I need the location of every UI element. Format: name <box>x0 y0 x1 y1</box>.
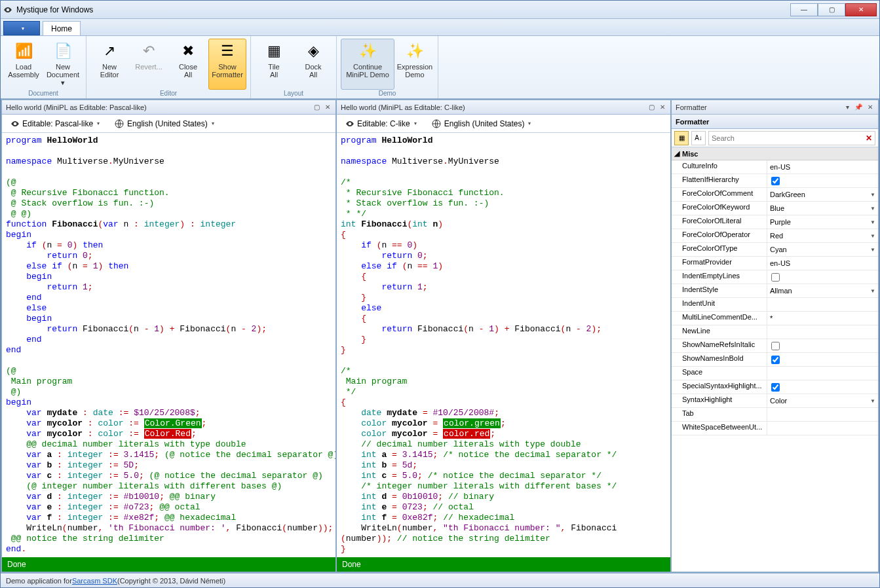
close-icon[interactable]: ✕ <box>866 103 874 111</box>
culture-dropdown[interactable]: English (United States) <box>109 117 219 131</box>
chevron-down-icon[interactable]: ▼ <box>870 219 875 225</box>
formatter-panel: Formatter ▾ 📌 ✕ Formatter ▦ A↓ ✕ ◢ Misc … <box>672 100 878 572</box>
revert-icon: ↶ <box>138 41 159 62</box>
property-checkbox[interactable] <box>771 356 780 364</box>
property-row[interactable]: Tab <box>672 408 878 422</box>
show-formatter-button[interactable]: ☰ShowFormatter <box>208 39 246 90</box>
property-row[interactable]: CultureInfoen-US <box>672 160 878 174</box>
property-checkbox[interactable] <box>771 342 780 350</box>
close-icon[interactable]: ✕ <box>659 103 666 111</box>
dock-all-button[interactable]: ◈DockAll <box>294 39 332 90</box>
search-input[interactable] <box>712 134 866 142</box>
culture-dropdown[interactable]: English (United States) <box>427 117 536 131</box>
sort-button[interactable]: A↓ <box>691 131 706 145</box>
footer: Demo application for Sarcasm SDK (Copyri… <box>1 573 879 587</box>
pane-header: Hello world (MiniPL as Editable: C-like)… <box>337 100 670 115</box>
expression-demo-icon: ✨ <box>404 41 425 62</box>
window-buttons: — ▢ ✕ <box>790 3 877 16</box>
property-row[interactable]: ForeColorOfOperatorRed▼ <box>672 229 878 243</box>
new-document-button[interactable]: 📄NewDocument ▾ <box>44 39 82 90</box>
lang-dropdown[interactable]: Editable: Pascal-like <box>6 117 104 130</box>
code-editor[interactable]: program HelloWorld namespace Multiverse.… <box>2 133 335 557</box>
close-all-button[interactable]: ✖CloseAll <box>169 39 207 90</box>
editor-pane-right: Hello world (MiniPL as Editable: C-like)… <box>337 100 670 572</box>
lang-dropdown[interactable]: Editable: C-like <box>341 117 421 130</box>
tab-home[interactable]: Home <box>43 21 81 35</box>
new-document-icon: 📄 <box>52 41 73 62</box>
new-editor-icon: ↗ <box>99 41 120 62</box>
maximize-button[interactable]: ▢ <box>818 3 845 16</box>
clear-icon[interactable]: ✕ <box>866 134 872 143</box>
property-row[interactable]: FlattenIfHierarchy <box>672 174 878 188</box>
property-row[interactable]: IndentEmptyLines <box>672 270 878 284</box>
tile-all-button[interactable]: ▦TileAll <box>255 39 293 90</box>
close-button[interactable]: ✕ <box>845 3 877 16</box>
expression-demo-button[interactable]: ✨ExpressionDemo <box>396 39 434 90</box>
eye-icon <box>3 5 12 14</box>
close-all-icon: ✖ <box>178 41 199 62</box>
tile-all-icon: ▦ <box>263 41 284 62</box>
eye-icon <box>345 119 354 128</box>
editor-pane-left: Hello world (MiniPL as Editable: Pascal-… <box>2 100 335 572</box>
pin-icon[interactable]: 📌 <box>853 103 864 111</box>
editor-toolbar: Editable: C-like English (United States) <box>337 115 670 133</box>
new-editor-button[interactable]: ↗NewEditor <box>90 39 128 90</box>
chevron-down-icon[interactable]: ▼ <box>870 192 875 198</box>
window-title: Mystique for Windows <box>16 5 790 14</box>
property-row[interactable]: ForeColorOfKeywordBlue▼ <box>672 202 878 215</box>
property-section-header[interactable]: ◢ Misc <box>672 147 878 160</box>
show-formatter-icon: ☰ <box>217 41 238 62</box>
formatter-header: Formatter ▾ 📌 ✕ <box>672 100 878 115</box>
restore-icon[interactable]: ▢ <box>313 103 321 111</box>
property-row[interactable]: IndentUnit <box>672 298 878 312</box>
property-row[interactable]: FormatProvideren-US <box>672 257 878 270</box>
titlebar: Mystique for Windows — ▢ ✕ <box>1 1 879 19</box>
property-row[interactable]: ForeColorOfCommentDarkGreen▼ <box>672 188 878 202</box>
globe-icon <box>431 119 442 129</box>
property-row[interactable]: SyntaxHighlightColor▼ <box>672 394 878 408</box>
status-bar: Done <box>337 557 670 572</box>
property-row[interactable]: MultiLineCommentDe...* <box>672 312 878 325</box>
eye-icon <box>10 119 20 128</box>
property-row[interactable]: SpecialSyntaxHighlight... <box>672 380 878 394</box>
property-row[interactable]: ForeColorOfTypeCyan▼ <box>672 243 878 257</box>
property-checkbox[interactable] <box>771 273 780 282</box>
pane-title: Hello world (MiniPL as Editable: Pascal-… <box>6 103 313 111</box>
property-checkbox[interactable] <box>771 177 780 185</box>
property-row[interactable]: ShowNamesInBold <box>672 353 878 367</box>
property-row[interactable]: NewLine <box>672 325 878 339</box>
code-editor[interactable]: program HelloWorld namespace Multiverse.… <box>337 133 670 557</box>
minimize-button[interactable]: — <box>790 3 818 16</box>
dropdown-icon[interactable]: ▾ <box>845 103 851 111</box>
chevron-down-icon[interactable]: ▼ <box>870 247 875 253</box>
close-icon[interactable]: ✕ <box>324 103 332 111</box>
property-row[interactable]: Space <box>672 367 878 380</box>
formatter-toolbar: ▦ A↓ ✕ <box>672 129 878 147</box>
workspace: Hello world (MiniPL as Editable: Pascal-… <box>1 99 879 573</box>
property-row[interactable]: ForeColorOfLiteralPurple▼ <box>672 215 878 229</box>
load-assembly-button[interactable]: 📶LoadAssembly <box>5 39 43 90</box>
continue-demo-icon: ✨ <box>357 41 378 62</box>
search-box[interactable]: ✕ <box>708 131 875 145</box>
ribbon: 📶LoadAssembly📄NewDocument ▾Document↗NewE… <box>1 36 879 99</box>
load-assembly-icon: 📶 <box>13 41 34 62</box>
restore-icon[interactable]: ▢ <box>647 103 656 111</box>
chevron-down-icon[interactable]: ▼ <box>870 206 875 211</box>
property-row[interactable]: WhiteSpaceBetweenUt... <box>672 422 878 435</box>
property-grid: CultureInfoen-USFlattenIfHierarchyForeCo… <box>672 160 878 435</box>
pane-title: Hello world (MiniPL as Editable: C-like) <box>341 103 647 111</box>
app-window: Mystique for Windows — ▢ ✕ Home 📶LoadAss… <box>0 0 880 588</box>
dock-all-icon: ◈ <box>303 41 324 62</box>
property-checkbox[interactable] <box>771 383 780 392</box>
categorize-button[interactable]: ▦ <box>674 131 689 145</box>
property-row[interactable]: ShowNameRefsInItalic <box>672 339 878 353</box>
revert-button[interactable]: ↶Revert... <box>130 39 168 90</box>
file-menu-button[interactable] <box>3 21 40 35</box>
status-bar: Done <box>2 557 335 572</box>
chevron-down-icon[interactable]: ▼ <box>870 233 875 239</box>
property-row[interactable]: IndentStyleAllman▼ <box>672 284 878 298</box>
chevron-down-icon[interactable]: ▼ <box>870 398 875 404</box>
footer-link[interactable]: Sarcasm SDK <box>72 577 117 585</box>
continue-demo-button[interactable]: ✨ContinueMiniPL Demo <box>341 39 394 90</box>
chevron-down-icon[interactable]: ▼ <box>870 288 875 294</box>
